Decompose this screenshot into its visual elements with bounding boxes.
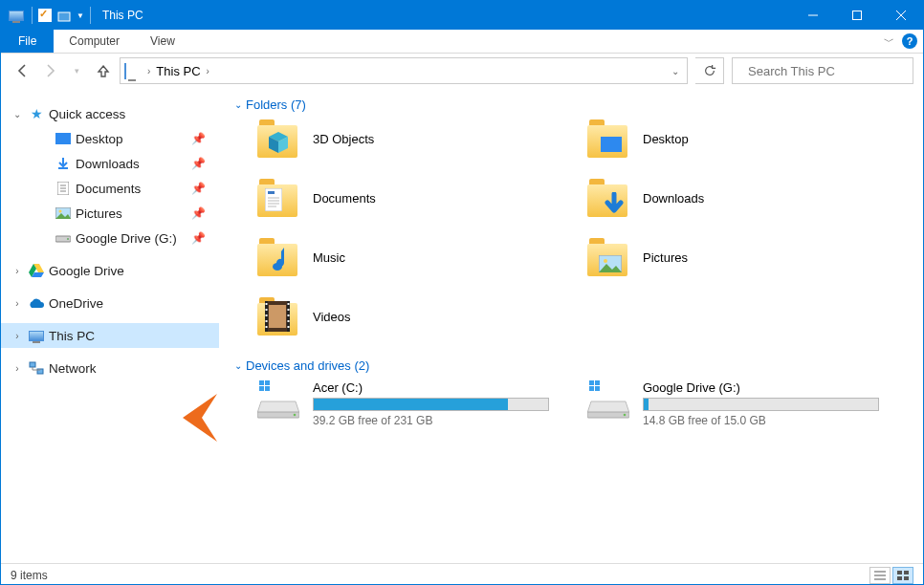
svg-point-44 <box>294 414 297 417</box>
folder-item[interactable]: 3D Objects <box>257 119 578 158</box>
downloads-icon <box>55 155 72 172</box>
breadcrumb-this-pc[interactable]: This PC <box>156 64 200 78</box>
address-dropdown-icon[interactable]: ⌄ <box>671 66 683 76</box>
drive-item[interactable]: Google Drive (G:)14.8 GB free of 15.0 GB <box>587 380 908 427</box>
svg-rect-46 <box>265 380 270 385</box>
breadcrumb-separator-icon[interactable]: › <box>147 66 150 76</box>
svg-rect-47 <box>259 386 264 391</box>
navigation-tree: ⌄ ★ Quick access Desktop 📌 Downloads 📌 D… <box>1 88 219 563</box>
pin-icon[interactable]: 📌 <box>191 206 206 220</box>
tab-computer[interactable]: Computer <box>54 30 135 53</box>
chevron-right-icon[interactable]: › <box>11 298 24 309</box>
tree-label: Pictures <box>76 206 122 221</box>
pin-icon[interactable]: 📌 <box>191 132 206 145</box>
qat-new-folder-icon[interactable] <box>57 9 71 22</box>
onedrive-icon <box>28 294 45 312</box>
view-details-button[interactable] <box>869 567 891 584</box>
pictures-icon <box>55 205 72 222</box>
folder-item[interactable]: Desktop <box>587 119 908 158</box>
refresh-button[interactable] <box>695 57 724 84</box>
tree-label: Google Drive (G:) <box>76 231 177 246</box>
tree-label: OneDrive <box>49 296 103 311</box>
chevron-right-icon[interactable]: › <box>11 331 24 341</box>
folder-icon <box>587 179 629 217</box>
tree-label: Google Drive <box>49 264 124 278</box>
network-icon <box>28 359 45 377</box>
drive-name: Acer (C:) <box>313 380 549 395</box>
desktop-icon <box>55 130 72 147</box>
svg-rect-0 <box>58 12 70 21</box>
address-bar[interactable]: › This PC › ⌄ <box>120 57 688 84</box>
content-pane: ⌄ Folders (7) 3D ObjectsDesktopDocuments… <box>219 88 923 563</box>
maximize-button[interactable] <box>835 1 879 30</box>
tree-label: Desktop <box>76 132 123 146</box>
pc-icon <box>28 327 45 344</box>
folder-item[interactable]: Documents <box>257 179 578 217</box>
pin-icon[interactable]: 📌 <box>191 157 206 170</box>
chevron-right-icon[interactable]: › <box>11 363 24 374</box>
tree-item-gdrive-local[interactable]: Google Drive (G:) 📌 <box>28 226 219 250</box>
ribbon-collapse-icon[interactable]: ﹀ <box>884 34 894 49</box>
qat-dropdown-icon[interactable]: ▼ <box>77 11 84 20</box>
recent-locations-button[interactable]: ▾ <box>68 66 85 76</box>
drive-name: Google Drive (G:) <box>643 380 879 395</box>
back-button[interactable] <box>14 63 32 78</box>
svg-rect-36 <box>266 320 268 322</box>
forward-button[interactable] <box>41 63 58 78</box>
up-button[interactable] <box>95 63 112 78</box>
tree-label: This PC <box>49 329 95 343</box>
folder-item[interactable]: Pictures <box>587 238 908 276</box>
pin-icon[interactable]: 📌 <box>191 182 206 195</box>
tree-item-documents[interactable]: Documents 📌 <box>28 176 219 201</box>
tree-quick-access[interactable]: ⌄ ★ Quick access <box>1 101 219 126</box>
system-icon[interactable] <box>7 6 26 25</box>
qat-properties-icon[interactable] <box>38 9 52 22</box>
tab-view[interactable]: View <box>135 30 190 53</box>
folder-label: Downloads <box>643 191 704 206</box>
tree-label: Quick access <box>49 107 125 121</box>
file-tab[interactable]: File <box>1 30 54 53</box>
status-item-count: 9 items <box>11 569 48 582</box>
help-icon[interactable]: ? <box>902 33 917 49</box>
breadcrumb-separator-icon[interactable]: › <box>207 66 209 76</box>
documents-icon <box>55 180 72 197</box>
folder-item[interactable]: Downloads <box>587 179 908 217</box>
tree-item-pictures[interactable]: Pictures 📌 <box>28 201 219 226</box>
title-bar: ▼ This PC <box>1 1 923 30</box>
chevron-down-icon[interactable]: ⌄ <box>234 360 242 371</box>
tree-onedrive[interactable]: › OneDrive <box>1 291 219 315</box>
svg-rect-52 <box>595 380 600 385</box>
search-box[interactable] <box>732 57 913 84</box>
svg-rect-35 <box>266 314 268 316</box>
pin-icon[interactable]: 📌 <box>191 231 206 245</box>
view-tiles-button[interactable] <box>892 567 913 584</box>
drive-usage-bar <box>313 398 549 411</box>
chevron-down-icon[interactable]: ⌄ <box>11 109 24 119</box>
annotation-arrow-icon <box>165 394 217 444</box>
svg-rect-45 <box>259 380 264 385</box>
minimize-button[interactable] <box>791 1 835 30</box>
tree-this-pc[interactable]: › This PC <box>1 323 219 348</box>
tree-network[interactable]: › Network <box>1 356 219 380</box>
svg-rect-51 <box>589 380 594 385</box>
tree-google-drive[interactable]: › Google Drive <box>1 258 219 283</box>
folder-item[interactable]: Videos <box>257 297 578 336</box>
tree-item-downloads[interactable]: Downloads 📌 <box>28 151 219 176</box>
svg-rect-17 <box>30 362 35 367</box>
window-title: This PC <box>102 9 791 22</box>
svg-point-28 <box>604 259 607 263</box>
tree-item-desktop[interactable]: Desktop 📌 <box>28 126 219 151</box>
search-input[interactable] <box>746 63 911 79</box>
folder-item[interactable]: Music <box>257 238 578 276</box>
group-header-folders[interactable]: ⌄ Folders (7) <box>234 98 908 112</box>
chevron-right-icon[interactable]: › <box>11 266 24 276</box>
drive-icon <box>257 380 299 419</box>
svg-rect-59 <box>904 571 909 574</box>
folder-icon <box>257 179 299 217</box>
drive-item[interactable]: Acer (C:)39.2 GB free of 231 GB <box>257 380 578 427</box>
close-button[interactable] <box>879 1 923 30</box>
chevron-down-icon[interactable]: ⌄ <box>234 99 242 110</box>
folder-label: Desktop <box>643 132 689 146</box>
group-header-drives[interactable]: ⌄ Devices and drives (2) <box>234 358 908 373</box>
svg-point-16 <box>67 238 69 240</box>
